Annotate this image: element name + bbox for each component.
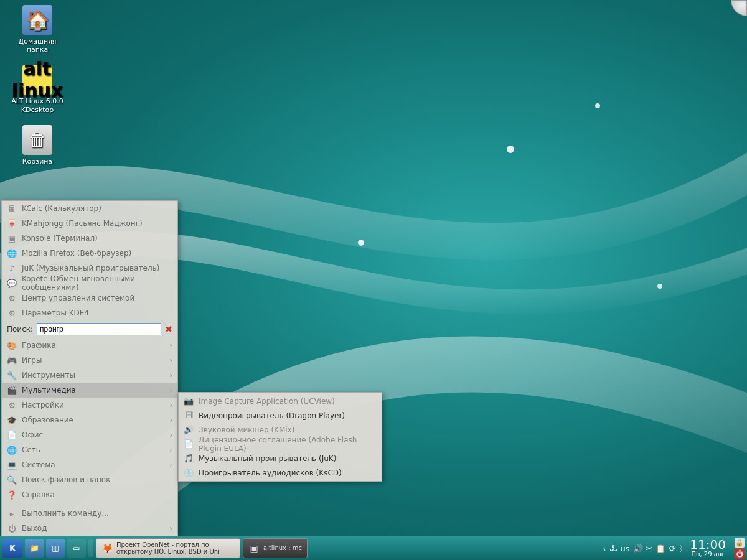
chevron-right-icon: › (169, 341, 172, 350)
search-label: Поиск: (7, 325, 33, 334)
menu-category-games[interactable]: 🎮Игры› (2, 353, 177, 368)
menu-category-office[interactable]: 📄Офис› (2, 427, 177, 442)
submenu-item-kscd[interactable]: 💿Проигрыватель аудиодисков (KsCD) (179, 465, 382, 480)
desktop-icon-home[interactable]: 🏠 Домашняяпапка (7, 5, 67, 54)
menu-item-find-files[interactable]: 🔍Поиск файлов и папок (2, 472, 177, 487)
network-icon: 🌐 (7, 445, 17, 455)
svg-point-2 (358, 240, 364, 246)
search-input[interactable] (37, 323, 161, 335)
multimedia-submenu: 📷Image Capture Application (UCView) 🎞Вид… (178, 392, 382, 482)
menu-item-juk[interactable]: ♪JuK (Музыкальный проигрыватель) (2, 261, 177, 276)
application-menu: 🖩KCalc (Калькулятор) 🀄KMahjongg (Пасьянс… (1, 200, 178, 536)
altlinux-icon: altlinux (22, 65, 52, 95)
games-icon: 🎮 (7, 355, 17, 365)
menu-item-konsole[interactable]: ▣Konsole (Терминал) (2, 231, 177, 246)
menu-category-graphics[interactable]: 🎨Графика› (2, 338, 177, 353)
search-icon: 🔍 (7, 475, 17, 485)
taskbar: K 📁 ▥ ▭ 🦊 Проект OpenNet - портал по отк… (0, 536, 747, 560)
network-tray-icon[interactable]: 🖧 (609, 544, 618, 553)
chevron-right-icon: › (169, 524, 172, 533)
clock[interactable]: 11:00 Пн, 29 авг (686, 538, 730, 558)
menu-item-control-center[interactable]: ⚙Центр управления системой (2, 291, 177, 306)
music-icon: 🎵 (184, 454, 194, 464)
trash-icon: 🗑 (22, 125, 52, 155)
menu-item-firefox[interactable]: 🌐Mozilla Firefox (Веб-браузер) (2, 246, 177, 261)
mahjongg-icon: 🀄 (7, 218, 17, 228)
updates-tray-icon[interactable]: ⟳ (669, 544, 675, 553)
system-icon: 💻 (7, 460, 17, 470)
firefox-icon: 🌐 (7, 248, 17, 258)
submenu-item-ucview[interactable]: 📷Image Capture Application (UCView) (179, 394, 382, 408)
submenu-item-flash-eula[interactable]: 📄Лицензионное соглашение (Adobe Flash Pl… (179, 437, 382, 451)
menu-item-kopete[interactable]: 💬Kopete (Обмен мгновенными сообщениями) (2, 276, 177, 291)
system-tray: ‹ 🖧 us 🔊 ✂ 📋 ⟳ ᛒ (603, 544, 684, 553)
clock-date: Пн, 29 авг (690, 551, 726, 558)
plasma-cashew[interactable] (731, 0, 747, 16)
tools-icon: 🔧 (7, 370, 17, 380)
desktop-icon-trash[interactable]: 🗑 Корзина (7, 125, 67, 166)
scissors-tray-icon[interactable]: ✂ (646, 544, 653, 553)
clipboard-tray-icon[interactable]: 📋 (655, 544, 665, 553)
menu-search-row: Поиск: ✖ (2, 320, 177, 338)
calculator-icon: 🖩 (7, 203, 17, 213)
run-icon: ▸ (7, 508, 17, 518)
task-terminal[interactable]: ▣ altlinux : mc (243, 538, 308, 558)
show-desktop-button[interactable]: ▭ (67, 539, 86, 558)
volume-tray-icon[interactable]: 🔊 (633, 544, 643, 553)
office-icon: 📄 (7, 430, 17, 440)
menu-category-system[interactable]: 💻Система› (2, 457, 177, 472)
cd-icon: 💿 (184, 468, 194, 478)
menu-category-settings[interactable]: ⚙Настройки› (2, 398, 177, 413)
chevron-right-icon: › (169, 371, 172, 380)
shutdown-button[interactable]: ⏻ (735, 549, 745, 559)
chevron-right-icon: › (169, 401, 172, 409)
kmenu-button[interactable]: K (2, 539, 22, 558)
submenu-item-dragon-player[interactable]: 🎞Видеопроигрыватель (Dragon Player) (179, 408, 382, 422)
terminal-icon: ▣ (248, 543, 260, 554)
clock-time: 11:00 (690, 538, 726, 551)
svg-point-0 (507, 146, 514, 153)
music-icon: ♪ (7, 263, 17, 273)
menu-category-multimedia[interactable]: 🎬Мультимедиа› (2, 383, 177, 398)
menu-category-tools[interactable]: 🔧Инструменты› (2, 368, 177, 383)
desktop-icon-altlinux[interactable]: altlinux ALT Linux 6.0.0KDesktop (7, 65, 67, 113)
menu-item-kmahjongg[interactable]: 🀄KMahjongg (Пасьянс Маджонг) (2, 216, 177, 231)
chevron-right-icon: › (169, 460, 172, 469)
chevron-right-icon: › (169, 386, 172, 394)
dolphin-button[interactable]: ▥ (46, 539, 65, 558)
multimedia-icon: 🎬 (7, 385, 17, 395)
chevron-right-icon: › (169, 431, 172, 439)
bluetooth-tray-icon[interactable]: ᛒ (679, 544, 684, 553)
task-firefox[interactable]: 🦊 Проект OpenNet - портал по открытому П… (96, 538, 240, 558)
settings-icon: ⚙ (7, 400, 17, 410)
education-icon: 🎓 (7, 415, 17, 425)
menu-item-kcalc[interactable]: 🖩KCalc (Калькулятор) (2, 201, 177, 216)
menu-category-education[interactable]: 🎓Образование› (2, 413, 177, 427)
svg-point-1 (595, 103, 600, 108)
task-label: altlinux : mc (263, 544, 302, 552)
menu-item-logout[interactable]: ⏻Выход› (2, 521, 177, 536)
settings-icon: ⚙ (7, 293, 17, 303)
lock-screen-button[interactable]: 🔒 (735, 538, 745, 548)
document-icon: 📄 (184, 439, 194, 449)
menu-item-run-command[interactable]: ▸Выполнить команду... (2, 506, 177, 521)
submenu-item-juk[interactable]: 🎵Музыкальный проигрыватель (JuK) (179, 451, 382, 465)
chat-icon: 💬 (7, 278, 17, 288)
terminal-icon: ▣ (7, 233, 17, 243)
expand-tray-icon[interactable]: ‹ (603, 544, 606, 553)
task-label: Проект OpenNet - портал по открытому ПО,… (116, 541, 235, 556)
menu-item-help[interactable]: ❓Справка (2, 487, 177, 502)
desktop-icon-label: ALT Linux 6.0.0KDesktop (7, 97, 67, 113)
keyboard-layout-indicator[interactable]: us (621, 544, 630, 553)
volume-icon: 🔊 (184, 425, 194, 435)
file-manager-button[interactable]: 📁 (25, 539, 44, 558)
home-folder-icon: 🏠 (22, 5, 52, 35)
clear-search-icon[interactable]: ✖ (165, 324, 172, 334)
svg-point-3 (657, 284, 662, 289)
menu-category-network[interactable]: 🌐Сеть› (2, 442, 177, 457)
menu-item-kde-settings[interactable]: ⚙Параметры KDE4 (2, 306, 177, 320)
desktop-icon-label: Корзина (7, 157, 67, 166)
chevron-right-icon: › (169, 356, 172, 365)
exit-icon: ⏻ (7, 523, 17, 533)
taskbar-divider (88, 539, 93, 557)
